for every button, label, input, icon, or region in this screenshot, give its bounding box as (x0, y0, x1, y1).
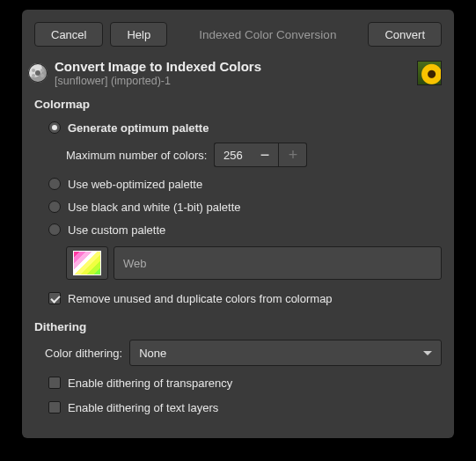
color-dithering-label: Color dithering: (45, 347, 122, 360)
radio-custom-palette-label: Use custom palette (68, 223, 165, 237)
radio-bw-palette[interactable] (48, 201, 61, 213)
checkbox-remove-duplicates[interactable] (48, 292, 61, 304)
dialog-title: Indexed Color Conversion (174, 28, 361, 41)
max-colors-decrement[interactable]: − (251, 143, 279, 167)
indexed-color-dialog: Cancel Help Indexed Color Conversion Con… (22, 10, 454, 438)
radio-generate-optimum-label: Generate optimum palette (68, 121, 209, 135)
help-button[interactable]: Help (110, 22, 167, 47)
color-dithering-select[interactable]: None (129, 340, 442, 366)
dithering-group: Color dithering: None Enable dithering o… (22, 339, 454, 420)
custom-palette-picker[interactable] (66, 246, 108, 280)
radio-web-palette[interactable] (48, 178, 61, 190)
checkbox-dither-text-layers-label: Enable dithering of text layers (68, 401, 218, 414)
max-colors-label: Maximum number of colors: (66, 149, 207, 162)
radio-generate-optimum[interactable] (48, 121, 61, 134)
checkbox-dither-text-layers[interactable] (48, 401, 61, 413)
cancel-button[interactable]: Cancel (34, 22, 103, 47)
dialog-toolbar: Cancel Help Indexed Color Conversion Con… (22, 10, 454, 52)
colormap-group: Generate optimum palette Maximum number … (22, 116, 454, 315)
max-colors-increment[interactable]: + (279, 143, 307, 167)
radio-custom-palette[interactable] (48, 223, 61, 236)
convert-button[interactable]: Convert (368, 22, 442, 47)
colormap-section-title: Colormap (22, 92, 454, 116)
checkbox-remove-duplicates-label: Remove unused and duplicate colors from … (68, 292, 333, 305)
header-subtitle: [sunflower] (imported)-1 (55, 75, 410, 87)
radio-web-palette-label: Use web-optimized palette (68, 178, 202, 191)
mode-icon (28, 63, 48, 83)
chevron-down-icon (423, 351, 432, 355)
checkbox-dither-transparency-label: Enable dithering of transparency (68, 377, 232, 390)
color-dithering-value: None (139, 347, 166, 360)
radio-bw-palette-label: Use black and white (1-bit) palette (68, 201, 241, 214)
palette-swatch-icon (73, 251, 101, 275)
dithering-section-title: Dithering (22, 315, 454, 339)
header-title: Convert Image to Indexed Colors (55, 59, 410, 74)
checkbox-dither-transparency[interactable] (48, 377, 61, 389)
image-preview-thumbnail (417, 61, 442, 85)
max-colors-input[interactable] (214, 143, 251, 167)
custom-palette-name[interactable]: Web (114, 246, 442, 280)
dialog-header: Convert Image to Indexed Colors [sunflow… (22, 52, 454, 92)
